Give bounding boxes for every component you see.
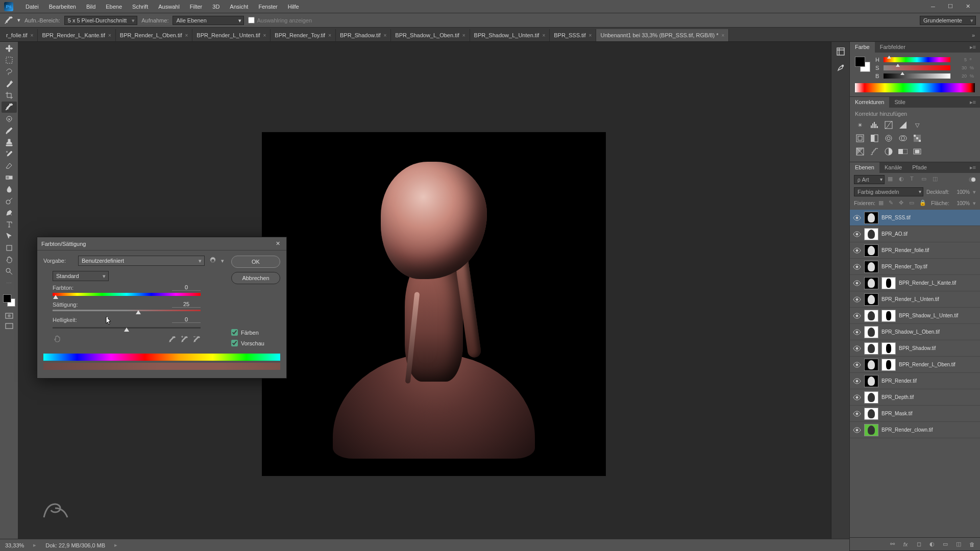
layer-row[interactable]: BPR_Render_L_Kante.tif [850,275,980,291]
trash-icon[interactable]: 🗑 [968,540,976,548]
preset-select[interactable]: Benutzerdefiniert [78,256,205,266]
document-canvas[interactable] [262,132,606,476]
document-tab[interactable]: BPR_Render_L_Unten.tif× [192,29,271,41]
visibility-icon[interactable] [850,345,864,352]
link-layers-icon[interactable]: ⚯ [888,540,896,548]
type-tool[interactable] [2,219,17,230]
blend-mode-select[interactable]: Farbig abwedeln [854,187,923,196]
tab-close-icon[interactable]: × [263,33,266,38]
history-brush-tool[interactable] [2,148,17,160]
layer-mask-thumb[interactable] [881,342,896,355]
visibility-icon[interactable] [850,362,864,368]
layer-row[interactable]: BPR_Render_L_Unten.tif [850,291,980,308]
layer-row[interactable]: BPR_SSS.tif [850,210,980,226]
menu-hilfe[interactable]: Hilfe [283,2,304,12]
hand-icon[interactable] [53,334,62,343]
tab-adjustments[interactable]: Korrekturen [850,97,889,108]
eyedropper-minus-icon[interactable] [192,336,201,344]
document-tab[interactable]: BPR_SSS.tif× [550,29,596,41]
visibility-icon[interactable] [850,264,864,270]
layer-row[interactable]: BPR_Shadow.tif [850,340,980,357]
menu-auswahl[interactable]: Auswahl [153,2,185,12]
tab-close-icon[interactable]: × [542,33,545,38]
slider-thumb[interactable] [136,310,141,314]
layer-row[interactable]: BPR_Shadow_L_Oben.tif [850,324,980,340]
visibility-icon[interactable] [850,231,864,237]
document-tab[interactable]: BPR_Render_L_Oben.tif× [116,29,193,41]
tab-swatches[interactable]: Farbfelder [875,42,911,53]
hand-tool[interactable] [2,254,17,265]
opacity-value[interactable]: 100% [952,189,970,195]
move-tool[interactable] [2,43,17,54]
eyedropper-icon[interactable] [168,336,176,344]
menu-bearbeiten[interactable]: Bearbeiten [44,2,81,12]
dodge-tool[interactable] [2,195,17,207]
lock-transparent-icon[interactable]: ▦ [878,199,886,207]
color-swatches[interactable] [855,57,870,72]
filter-type-icon[interactable]: T [910,176,918,184]
visibility-icon[interactable] [850,378,864,384]
document-tab[interactable]: Unbenannt1 bei 33,3% (BPR_SSS.tif, RGB/8… [596,29,729,41]
properties-panel-icon[interactable] [834,61,847,74]
pen-tool[interactable] [2,207,17,218]
spectrum-bar[interactable] [855,83,975,92]
menu-fenster[interactable]: Fenster [253,2,282,12]
slider-track[interactable] [53,293,201,296]
slider-thumb[interactable] [124,328,129,332]
sample-layer-select[interactable]: Alle Ebenen▾ [173,16,244,25]
lasso-tool[interactable] [2,66,17,78]
tab-close-icon[interactable]: × [722,33,725,38]
layer-mask-thumb[interactable] [881,310,896,322]
quickmask-toggle[interactable] [3,311,16,320]
layer-thumb[interactable] [864,342,878,355]
layer-thumb[interactable] [864,424,878,436]
shape-tool[interactable] [2,242,17,254]
marquee-tool[interactable] [2,55,17,66]
layer-thumb[interactable] [864,326,878,338]
visibility-icon[interactable] [850,313,864,319]
patch-tool[interactable] [2,113,17,124]
blur-tool[interactable] [2,184,17,195]
layer-thumb[interactable] [864,244,878,257]
gear-icon[interactable] [209,257,217,265]
slider-value[interactable]: 25 [172,301,201,308]
menu-ansicht[interactable]: Ansicht [225,2,253,12]
curves-icon[interactable] [884,120,894,130]
eyedropper-plus-icon[interactable] [180,336,188,344]
layer-thumb[interactable] [864,391,878,404]
menu-ebene[interactable]: Ebene [101,2,127,12]
group-icon[interactable]: ▭ [941,540,949,548]
panel-menu-icon[interactable]: ▸≡ [966,97,980,108]
window-close[interactable]: ✕ [960,2,976,12]
document-tab[interactable]: BPR_Render_Toy.tif× [271,29,336,41]
layer-mask-thumb[interactable] [881,277,896,289]
hue-icon[interactable] [855,133,865,143]
ok-button[interactable]: OK [231,256,280,268]
layer-mask-thumb[interactable] [881,359,896,371]
layer-row[interactable]: BPR_Render.tif [850,373,980,389]
filter-toggle[interactable] [969,177,976,182]
channel-select[interactable]: Standard [53,271,109,281]
document-tab[interactable]: r_folie.tif× [2,29,38,41]
levels-icon[interactable] [869,120,879,130]
filter-pixel-icon[interactable]: ▦ [888,176,896,184]
eyedropper-tool[interactable] [2,102,17,113]
visibility-icon[interactable] [850,329,864,335]
cancel-button[interactable]: Abbrechen [231,272,280,284]
tab-layers[interactable]: Ebenen [850,162,879,173]
sample-area-select[interactable]: 5 x 5 Pixel-Durchschnitt [64,16,138,25]
gradient-map-icon[interactable] [898,146,908,157]
document-tab[interactable]: BPR_Shadow.tif× [336,29,391,41]
window-maximize[interactable]: ☐ [942,2,959,12]
brightness-icon[interactable]: ☀ [855,120,865,130]
layer-row[interactable]: BPR_Render_clown.tif [850,422,980,438]
stamp-tool[interactable] [2,137,17,148]
layer-thumb[interactable] [864,277,878,289]
menu-3d[interactable]: 3D [207,2,225,12]
layer-row[interactable]: BPR_Shadow_L_Unten.tif [850,308,980,324]
tab-close-icon[interactable]: × [589,33,592,38]
layer-row[interactable]: BPR_AO.tif [850,226,980,242]
document-tab[interactable]: BPR_Shadow_L_Unten.tif× [470,29,550,41]
layer-row[interactable]: BPR_Render_L_Oben.tif [850,357,980,373]
filter-smart-icon[interactable]: ◫ [933,176,941,184]
